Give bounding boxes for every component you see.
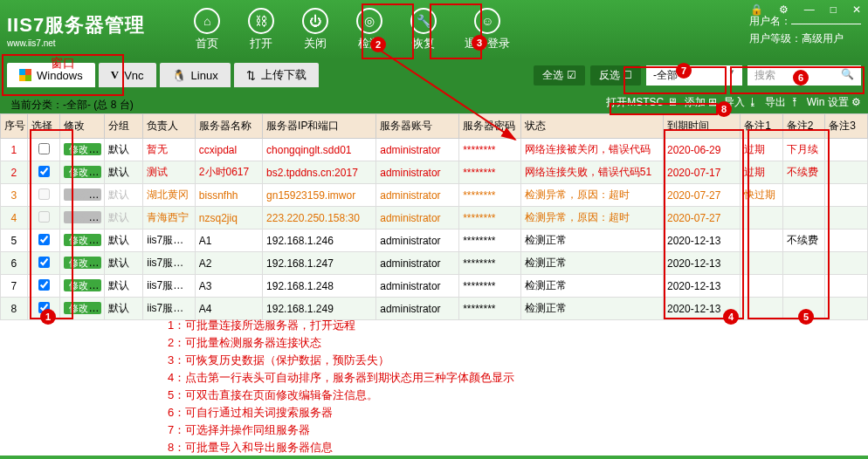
cell-date: 2020-07-27 xyxy=(664,207,741,230)
note-line: 5：可双击直接在页面修改编辑备注信息。 xyxy=(168,387,514,404)
cell-note2[interactable]: 下月续 xyxy=(782,139,825,161)
col-select[interactable]: 选择 xyxy=(27,114,60,139)
minimize-icon[interactable]: — xyxy=(804,3,815,16)
modify-button[interactable]: 修改 ▾ xyxy=(64,234,101,246)
note-line: 7：可选择并操作同组服务器 xyxy=(168,421,514,439)
cell-note1[interactable] xyxy=(741,252,783,275)
col-name[interactable]: 服务器名称 xyxy=(195,114,262,139)
home-icon: ⌂ xyxy=(194,8,220,34)
nav-restore-label: 恢复 xyxy=(412,36,435,51)
badge-6: 6 xyxy=(793,70,809,86)
table-row[interactable]: 5修改 ▾默认iis7服务器A1192.168.1.246administrat… xyxy=(1,230,868,252)
table-row[interactable]: 6修改 ▾默认iis7服务器A2192.168.1.247administrat… xyxy=(1,252,868,275)
cell-note3[interactable] xyxy=(825,207,868,230)
close-icon[interactable]: ✕ xyxy=(852,3,861,16)
cell-note3[interactable] xyxy=(825,252,868,275)
nav-restore[interactable]: 🔧恢复 xyxy=(410,8,437,51)
row-checkbox[interactable] xyxy=(38,234,50,245)
cell-note2[interactable]: 不续费 xyxy=(782,230,825,252)
cell-note2[interactable]: 不续费 xyxy=(782,161,825,184)
table-row[interactable]: 2修改 ▾默认测试2小时0617bs2.tpddns.cn:2017admini… xyxy=(1,161,868,184)
col-password[interactable]: 服务器密码 xyxy=(459,114,521,139)
modify-button[interactable]: 修改 ▾ xyxy=(64,279,101,291)
col-account[interactable]: 服务器账号 xyxy=(376,114,459,139)
nav-home[interactable]: ⌂首页 xyxy=(194,8,220,51)
cell-note1[interactable] xyxy=(741,230,783,252)
cell-note2[interactable] xyxy=(782,184,825,207)
app-subtitle: www.iis7.net xyxy=(7,38,145,48)
nav-open[interactable]: ⛓打开 xyxy=(248,8,274,51)
maximize-icon[interactable]: □ xyxy=(830,3,837,16)
cell-note1[interactable]: 过期 xyxy=(741,139,783,161)
cell-note3[interactable] xyxy=(825,275,868,298)
cell-note3[interactable] xyxy=(825,230,868,252)
tab-linux[interactable]: 🐧Linux xyxy=(160,63,231,87)
cell-name: ccxipdal xyxy=(195,139,262,161)
cell-note1[interactable] xyxy=(741,207,783,230)
cell-note1[interactable]: 过期 xyxy=(741,161,783,184)
col-index[interactable]: 序号 xyxy=(1,114,28,139)
col-note1[interactable]: 备注1 xyxy=(741,114,783,139)
modify-button[interactable]: 修改 ▾ xyxy=(64,143,101,155)
table-header-row[interactable]: 序号 选择 修改 分组 负责人 服务器名称 服务器IP和端口 服务器账号 服务器… xyxy=(1,114,868,139)
cell-password: ******** xyxy=(459,139,521,161)
table-row[interactable]: 4修改 ▾默认青海西宁nzsq2jiq223.220.250.158:30adm… xyxy=(1,207,868,230)
col-owner[interactable]: 负责人 xyxy=(143,114,196,139)
cell-note3[interactable] xyxy=(825,161,868,184)
cell-note3[interactable] xyxy=(825,139,868,161)
table-row[interactable]: 7修改 ▾默认iis7服务器A3192.168.1.248administrat… xyxy=(1,275,868,298)
col-group[interactable]: 分组 xyxy=(105,114,143,139)
cell-modify: 修改 ▾ xyxy=(60,161,105,184)
group-filter-combo[interactable]: -全部-▼ xyxy=(646,65,742,86)
badge-5: 5 xyxy=(798,309,814,325)
cell-account: administrator xyxy=(376,161,459,184)
row-checkbox[interactable] xyxy=(38,166,50,177)
logo: IIS7服务器管理 www.iis7.net xyxy=(7,12,145,48)
tab-upload[interactable]: ⇅上传下载 xyxy=(234,63,319,87)
col-modify[interactable]: 修改 xyxy=(60,114,105,139)
cell-note2[interactable] xyxy=(782,275,825,298)
cell-ip: chongqinglt.sdd01 xyxy=(263,139,376,161)
add-button[interactable]: 添加 ⊞ xyxy=(685,95,717,110)
cell-state: 检测正常 xyxy=(520,252,663,275)
cell-state: 检测正常 xyxy=(520,298,663,320)
row-checkbox[interactable] xyxy=(38,257,50,268)
invert-select-button[interactable]: 反选 ☐ xyxy=(590,65,641,86)
col-expiry[interactable]: 到期时间 xyxy=(664,114,741,139)
modify-button: 修改 ▾ xyxy=(64,188,101,201)
cell-group: 默认 xyxy=(105,139,143,161)
row-checkbox[interactable] xyxy=(38,279,50,291)
cell-note2[interactable] xyxy=(782,207,825,230)
col-ip[interactable]: 服务器IP和端口 xyxy=(263,114,376,139)
cell-note3[interactable] xyxy=(825,184,868,207)
cell-group: 默认 xyxy=(105,298,143,320)
cell-note3[interactable] xyxy=(825,298,868,320)
col-state[interactable]: 状态 xyxy=(520,114,663,139)
table-row[interactable]: 3修改 ▾默认湖北黄冈bissnfhhgn15923159.imworadmin… xyxy=(1,184,868,207)
cell-note1[interactable] xyxy=(741,275,783,298)
nav-close[interactable]: ⏻关闭 xyxy=(302,8,328,51)
lock-icon[interactable]: 🔒 xyxy=(750,3,763,16)
modify-button[interactable]: 修改 ▾ xyxy=(64,166,101,178)
cell-state: 检测异常，原因：超时 xyxy=(520,207,663,230)
cell-group: 默认 xyxy=(105,252,143,275)
select-all-button[interactable]: 全选 ☑ xyxy=(534,65,584,86)
row-checkbox[interactable] xyxy=(38,143,50,154)
cell-note1[interactable] xyxy=(741,298,783,320)
col-note3[interactable]: 备注3 xyxy=(825,114,868,139)
modify-button[interactable]: 修改 ▾ xyxy=(64,302,101,314)
col-note2[interactable]: 备注2 xyxy=(782,114,825,139)
badge-4: 4 xyxy=(723,309,739,325)
tab-vnc[interactable]: VVnc xyxy=(99,63,156,87)
cell-note1[interactable]: 快过期 xyxy=(741,184,783,207)
table-row[interactable]: 1修改 ▾默认暂无ccxipdalchongqinglt.sdd01admini… xyxy=(1,139,868,161)
cell-index: 2 xyxy=(1,161,28,184)
open-mstsc-button[interactable]: 打开MSTSC 🖥 xyxy=(606,95,677,110)
settings-icon[interactable]: ⚙ xyxy=(779,3,789,16)
cell-note2[interactable] xyxy=(782,252,825,275)
modify-button[interactable]: 修改 ▾ xyxy=(64,257,101,269)
cell-password: ******** xyxy=(459,230,521,252)
cell-password: ******** xyxy=(459,252,521,275)
win-settings-button[interactable]: Win 设置 ⚙ xyxy=(807,95,861,110)
export-button[interactable]: 导出 ⭱ xyxy=(765,95,799,110)
